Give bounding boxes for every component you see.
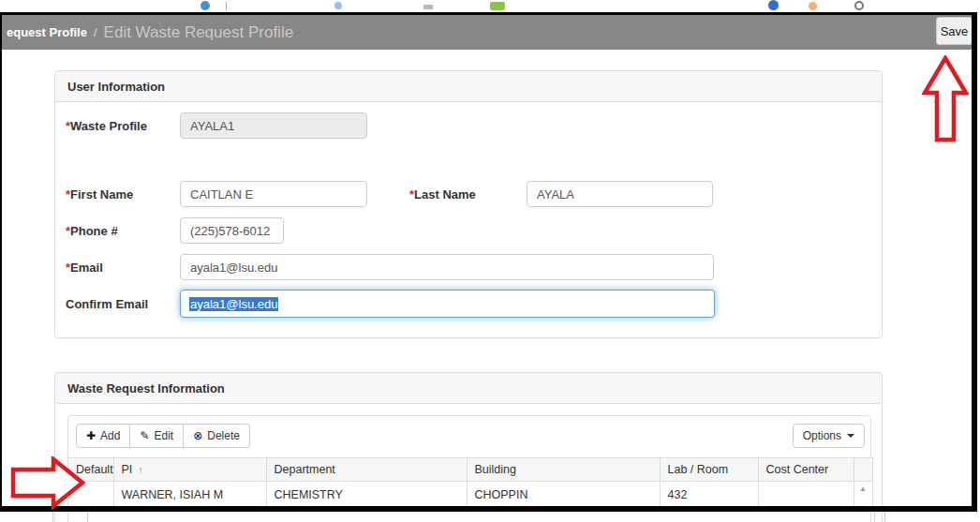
add-button[interactable]: ✚ Add [76,424,130,448]
favicon-facebook-icon[interactable] [768,0,779,10]
screenshot-root: equest Profile / Edit Waste Request Prof… [0,0,980,522]
scrollbar-header-cell [854,458,872,482]
first-name-input[interactable] [180,181,367,207]
confirm-email-input[interactable]: ayala1@lsu.edu [180,290,715,318]
favicon-gray-glyph-icon[interactable] [423,5,433,9]
selected-text: ayala1@lsu.edu [189,297,278,311]
page-edge-line [87,512,88,522]
frame-bottom [0,506,977,512]
breadcrumb-separator: / [94,25,97,39]
email-label: *Email [66,261,103,275]
bookmark-separator [226,2,227,10]
cell-department[interactable]: CHEMISTRY [266,482,467,508]
circle-x-icon: ⊗ [193,429,202,442]
cell-building[interactable]: CHOPPIN [467,482,660,508]
waste-request-panel-title: Waste Request Information [55,373,882,404]
phone-label: *Phone # [66,224,118,238]
options-dropdown-button[interactable]: Options [793,424,865,448]
favicon-orange-circle-icon[interactable] [809,2,817,10]
col-header-cost-center[interactable]: Cost Center [758,458,854,482]
confirm-email-label: Confirm Email [66,297,148,311]
favicon-light-blue-circle-icon[interactable] [334,2,342,9]
frame-left [0,12,2,512]
scrollbar-cell[interactable]: ▲ [854,482,872,508]
col-header-department[interactable]: Department [266,458,467,482]
table-row[interactable]: WARNER, ISIAH M CHEMISTRY CHOPPIN 432 ▲ [68,482,872,508]
page-edge-line [884,512,885,522]
frame-right [972,12,977,512]
chevron-down-icon [847,434,854,438]
frame-top [0,12,977,15]
waste-request-table: Default PI↑ Department Building Lab / Ro… [68,457,873,508]
edit-button[interactable]: ✎ Edit [130,424,184,448]
user-information-panel-title: User Information [55,71,882,102]
favicon-green-truck-icon[interactable] [490,2,505,10]
waste-profile-label: *Waste Profile [66,119,147,133]
waste-profile-input [180,112,367,139]
grid-toolbar: ✚ Add ✎ Edit ⊗ Delete [76,424,250,448]
page-edge-line [52,512,53,522]
col-header-lab-room[interactable]: Lab / Room [660,458,758,482]
breadcrumb-parent[interactable]: equest Profile [7,25,87,39]
annotation-right-arrow [10,456,85,510]
email-input[interactable] [180,254,714,280]
delete-button[interactable]: ⊗ Delete [184,424,250,448]
col-header-building[interactable]: Building [467,458,660,482]
app-header-bar: equest Profile / Edit Waste Request Prof… [2,15,972,50]
favicon-gray-ring-icon[interactable] [854,1,864,10]
page-edge-line [874,512,875,522]
pencil-icon: ✎ [140,429,149,442]
scroll-up-icon[interactable]: ▲ [854,485,872,494]
last-name-label: *Last Name [409,187,476,201]
annotation-up-arrow [922,55,969,142]
cell-cost-center[interactable] [758,482,854,508]
col-header-pi[interactable]: PI↑ [113,458,266,482]
cell-pi[interactable]: WARNER, ISIAH M [113,482,266,508]
cell-lab-room[interactable]: 432 [660,482,758,508]
table-header-row: Default PI↑ Department Building Lab / Ro… [68,458,872,482]
first-name-label: *First Name [66,187,133,201]
page-title: Edit Waste Request Profile [104,23,294,42]
phone-input[interactable] [180,217,284,244]
save-button[interactable]: Save [936,17,973,45]
sort-ascending-icon: ↑ [138,464,143,475]
plus-icon: ✚ [86,429,96,442]
favicon-blue-circle-icon[interactable] [200,1,210,10]
last-name-input[interactable] [527,181,713,207]
